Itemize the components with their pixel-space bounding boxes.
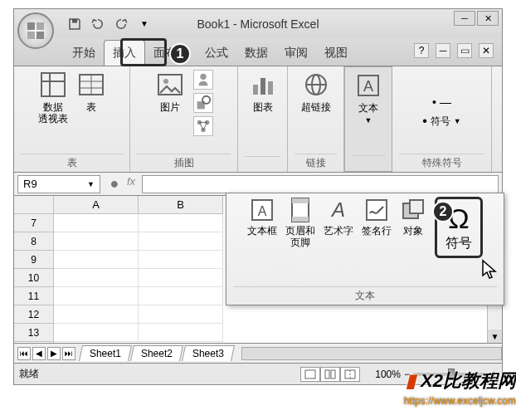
row-header[interactable]: 11 xyxy=(14,287,53,305)
sheet-tab-bar: ⏮ ◀ ▶ ⏭ Sheet1 Sheet2 Sheet3 xyxy=(13,344,503,364)
cell[interactable] xyxy=(139,305,223,324)
cell[interactable] xyxy=(54,287,139,305)
shapes-button[interactable] xyxy=(193,93,213,113)
sheet-tab[interactable]: Sheet1 xyxy=(79,345,132,361)
doc-close-button[interactable]: ✕ xyxy=(479,43,494,58)
zoom-level[interactable]: 100% xyxy=(375,369,401,380)
formula-input[interactable] xyxy=(142,175,499,193)
text-gallery-popup: A 文本框 页眉和 页脚 A 艺术字 签名行 对象 xyxy=(226,193,504,305)
cell[interactable] xyxy=(139,287,223,305)
redo-button[interactable] xyxy=(112,15,130,33)
page-layout-view-button[interactable] xyxy=(320,367,340,382)
cell[interactable] xyxy=(54,214,139,232)
cell[interactable] xyxy=(54,324,139,342)
cell[interactable] xyxy=(139,269,223,287)
text-dropdown-button[interactable]: A 文本▼ xyxy=(353,71,383,126)
cancel-formula-icon[interactable]: ● xyxy=(107,175,122,193)
svg-rect-21 xyxy=(260,78,265,95)
watermark-url: https://www.exceljcw.com xyxy=(404,395,516,407)
cell[interactable] xyxy=(139,324,223,342)
select-all-corner[interactable] xyxy=(14,196,53,214)
cell[interactable] xyxy=(54,269,139,287)
wordart-button[interactable]: A 艺术字 xyxy=(324,197,353,237)
page-break-view-button[interactable] xyxy=(340,367,360,382)
save-button[interactable] xyxy=(66,15,84,33)
svg-rect-28 xyxy=(305,370,315,378)
horizontal-scrollbar[interactable] xyxy=(241,347,502,360)
row-header[interactable]: 13 xyxy=(14,324,53,342)
next-sheet-button[interactable]: ▶ xyxy=(47,347,61,360)
svg-point-16 xyxy=(202,96,210,104)
first-sheet-button[interactable]: ⏮ xyxy=(17,347,31,360)
row-header[interactable]: 8 xyxy=(14,232,53,251)
annotation-marker-2: 2 xyxy=(432,201,454,222)
office-button[interactable] xyxy=(17,12,54,49)
col-header[interactable]: B xyxy=(139,196,223,214)
tab-review[interactable]: 审阅 xyxy=(276,41,316,66)
chevron-down-icon: ▼ xyxy=(365,116,372,125)
group-label-link: 链接 xyxy=(295,154,337,170)
help-button[interactable]: ? xyxy=(414,43,429,58)
chart-icon xyxy=(248,70,278,100)
page-layout-icon xyxy=(324,369,336,379)
qat-dropdown[interactable]: ▼ xyxy=(135,15,153,33)
quick-access-toolbar: ▼ xyxy=(66,9,153,38)
tab-data[interactable]: 数据 xyxy=(236,41,276,66)
object-button[interactable]: 对象 xyxy=(400,197,426,237)
col-header[interactable]: A xyxy=(54,196,139,214)
group-label-illustrations: 插图 xyxy=(137,154,231,170)
svg-rect-1 xyxy=(37,22,44,30)
svg-rect-0 xyxy=(27,22,35,30)
svg-point-13 xyxy=(163,79,168,84)
normal-view-button[interactable] xyxy=(300,367,320,382)
picture-icon xyxy=(155,70,185,100)
svg-text:A: A xyxy=(330,198,345,221)
tab-view[interactable]: 视图 xyxy=(316,41,356,66)
sheet-tab[interactable]: Sheet2 xyxy=(130,345,183,361)
special-symbol-line1[interactable]: • — xyxy=(432,95,451,109)
normal-view-icon xyxy=(304,369,316,379)
sheet-tab[interactable]: Sheet3 xyxy=(182,345,235,361)
picture-button[interactable]: 图片 xyxy=(155,70,185,113)
svg-rect-20 xyxy=(253,85,258,95)
undo-button[interactable] xyxy=(89,15,107,33)
tab-home[interactable]: 开始 xyxy=(64,41,104,66)
cell[interactable] xyxy=(54,232,139,251)
cell[interactable] xyxy=(139,214,223,232)
symbol-dropdown-button[interactable]: • 符号 ▼ xyxy=(422,114,461,129)
object-icon xyxy=(400,197,426,223)
fx-button[interactable]: fx xyxy=(127,175,135,193)
pivot-table-button[interactable]: 数据 透视表 xyxy=(38,70,68,125)
cell[interactable] xyxy=(54,305,139,324)
row-header[interactable]: 10 xyxy=(14,269,53,287)
scroll-down-arrow[interactable]: ▼ xyxy=(488,330,502,343)
clipart-button[interactable] xyxy=(193,70,213,90)
row-header[interactable]: 7 xyxy=(14,214,53,232)
chevron-down-icon: ▼ xyxy=(454,117,461,125)
signature-line-button[interactable]: 签名行 xyxy=(362,197,392,237)
header-footer-button[interactable]: 页眉和 页脚 xyxy=(285,197,315,248)
signature-icon xyxy=(363,197,390,223)
tab-formulas[interactable]: 公式 xyxy=(197,41,236,66)
cell[interactable] xyxy=(139,232,223,251)
smartart-button[interactable] xyxy=(193,116,213,136)
textbox-button[interactable]: A 文本框 xyxy=(247,197,277,237)
prev-sheet-button[interactable]: ◀ xyxy=(32,347,46,360)
close-button[interactable]: ✕ xyxy=(477,11,499,26)
doc-restore-button[interactable]: ▭ xyxy=(457,43,472,58)
ribbon-tab-strip: 开始 插入 面布局 公式 数据 审阅 视图 ? ─ ▭ ✕ xyxy=(13,38,503,66)
minimize-button[interactable]: ─ xyxy=(454,11,475,26)
doc-minimize-button[interactable]: ─ xyxy=(436,43,450,58)
cell[interactable] xyxy=(139,251,223,269)
last-sheet-button[interactable]: ⏭ xyxy=(62,347,75,360)
group-label-chart xyxy=(245,156,280,170)
row-header[interactable]: 9 xyxy=(14,251,53,269)
group-label-special: 特殊符号 xyxy=(399,154,484,170)
chart-button[interactable]: 图表 xyxy=(248,70,278,113)
name-box[interactable]: R9 ▼ xyxy=(17,175,100,193)
hyperlink-button[interactable]: 超链接 xyxy=(301,70,331,113)
row-header[interactable]: 12 xyxy=(14,305,53,324)
table-button[interactable]: 表 xyxy=(76,70,106,113)
cell[interactable] xyxy=(54,251,139,269)
wordart-icon: A xyxy=(325,197,352,223)
